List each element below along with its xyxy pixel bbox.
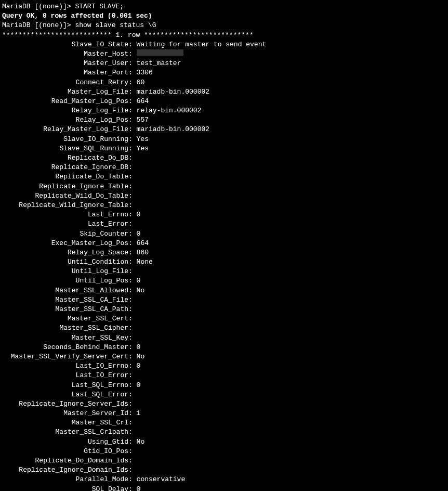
separator: : — [128, 68, 137, 77]
separator: : — [128, 381, 137, 390]
field-label: Master_Host — [2, 49, 128, 59]
status-row: Master_Log_File: mariadb-bin.000002 — [2, 87, 446, 97]
separator: : — [128, 201, 137, 210]
field-label: Master_SSL_Cert — [2, 314, 128, 324]
field-label: Read_Master_Log_Pos — [2, 97, 128, 106]
status-row: Master_SSL_Allowed: No — [2, 286, 446, 295]
field-value: 557 — [137, 115, 149, 125]
field-value: test_master — [137, 59, 181, 68]
separator: : — [128, 219, 137, 229]
field-value: 860 — [137, 248, 149, 257]
separator: : — [128, 333, 137, 343]
separator: : — [128, 447, 137, 456]
separator: : — [128, 172, 137, 182]
separator: : — [128, 87, 137, 97]
status-row: Master_SSL_Key: — [2, 333, 446, 343]
field-label: Exec_Master_Log_Pos — [2, 239, 128, 248]
separator: : — [128, 257, 137, 267]
field-value: relay-bin.000002 — [137, 106, 202, 115]
status-row: Slave_IO_Running: Yes — [2, 135, 446, 144]
field-label: Master_SSL_Key — [2, 333, 128, 343]
status-row: Relay_Log_Space: 860 — [2, 248, 446, 257]
status-row: Until_Log_Pos: 0 — [2, 276, 446, 286]
field-label: Master_Log_File — [2, 87, 128, 97]
status-row: Master_SSL_Verify_Server_Cert: No — [2, 352, 446, 361]
field-label: Relay_Log_Space — [2, 248, 128, 257]
status-row: Replicate_Ignore_Domain_Ids: — [2, 466, 446, 475]
status-row: SQL_Delay: 0 — [2, 485, 446, 491]
separator: : — [128, 49, 137, 59]
status-row: Master_SSL_CA_File: — [2, 295, 446, 305]
separator: : — [128, 125, 137, 134]
status-row: Master_SSL_Crlpath: — [2, 428, 446, 437]
field-value: 0 — [137, 210, 141, 219]
status-row: Replicate_Do_DB: — [2, 153, 446, 163]
separator: : — [128, 314, 137, 324]
field-label: Connect_Retry — [2, 78, 128, 87]
status-row: Gtid_IO_Pos: — [2, 447, 446, 456]
status-row: Skip_Counter: 0 — [2, 229, 446, 239]
status-row: Until_Log_File: — [2, 267, 446, 276]
field-label: Last_Errno — [2, 210, 128, 219]
field-value: 0 — [137, 381, 141, 390]
separator: : — [128, 40, 137, 49]
field-label: Master_Port — [2, 68, 128, 77]
status-row: Replicate_Ignore_DB: — [2, 163, 446, 172]
status-row: Master_Port: 3306 — [2, 68, 446, 77]
separator: : — [128, 466, 137, 475]
field-value: 0 — [137, 361, 141, 371]
field-value: Yes — [137, 144, 149, 153]
separator: : — [128, 163, 137, 172]
field-label: Master_SSL_CA_Path — [2, 305, 128, 314]
status-row: Master_SSL_Cipher: — [2, 324, 446, 333]
separator: : — [128, 210, 137, 219]
field-value: 0 — [137, 229, 141, 239]
field-label: Replicate_Do_Table — [2, 172, 128, 182]
separator: : — [128, 239, 137, 248]
field-value: 0 — [137, 485, 141, 491]
status-row: Master_SSL_Crl: — [2, 418, 446, 428]
separator: : — [128, 115, 137, 125]
separator: : — [128, 343, 137, 352]
field-value: mariadb-bin.000002 — [137, 87, 209, 97]
status-row: Slave_IO_State: Waiting for master to se… — [2, 40, 446, 49]
field-label: Master_SSL_Allowed — [2, 286, 128, 295]
separator: : — [128, 324, 137, 333]
status-row: Replicate_Do_Table: — [2, 172, 446, 182]
field-label: Using_Gtid — [2, 437, 128, 447]
separator: : — [128, 267, 137, 276]
field-label: Slave_IO_Running — [2, 135, 128, 144]
status-row: Exec_Master_Log_Pos: 664 — [2, 239, 446, 248]
separator: : — [128, 305, 137, 314]
status-row: Until_Condition: None — [2, 257, 446, 267]
field-label: Replicate_Do_Domain_Ids — [2, 456, 128, 466]
separator: : — [128, 153, 137, 163]
field-label: Replicate_Wild_Ignore_Table — [2, 201, 128, 210]
separator: : — [128, 409, 137, 418]
field-label: Until_Condition — [2, 257, 128, 267]
field-label: Last_IO_Errno — [2, 361, 128, 371]
status-row: Master_Host: — [2, 49, 446, 59]
separator: : — [128, 248, 137, 257]
status-row: Replicate_Ignore_Table: — [2, 182, 446, 191]
status-row: Master_SSL_Cert: — [2, 314, 446, 324]
field-label: Skip_Counter — [2, 229, 128, 239]
status-row: Using_Gtid: No — [2, 437, 446, 447]
result-line-1: Query OK, 0 rows affected (0.001 sec) — [2, 11, 446, 21]
field-value: 0 — [137, 343, 141, 352]
status-row: Last_Errno: 0 — [2, 210, 446, 219]
field-label: Until_Log_Pos — [2, 276, 128, 286]
separator: : — [128, 182, 137, 191]
status-row: Relay_Master_Log_File: mariadb-bin.00000… — [2, 125, 446, 134]
status-row: Replicate_Do_Domain_Ids: — [2, 456, 446, 466]
separator: : — [128, 437, 137, 447]
command-1: START SLAVE; — [75, 3, 124, 10]
separator: : — [128, 97, 137, 106]
separator: : — [128, 59, 137, 68]
row-divider: *************************** 1. row *****… — [2, 31, 446, 40]
field-value: 60 — [137, 78, 145, 87]
field-value: mariadb-bin.000002 — [137, 125, 209, 134]
field-value: No — [137, 352, 145, 361]
separator: : — [128, 191, 137, 201]
field-label: Last_IO_Error — [2, 371, 128, 380]
